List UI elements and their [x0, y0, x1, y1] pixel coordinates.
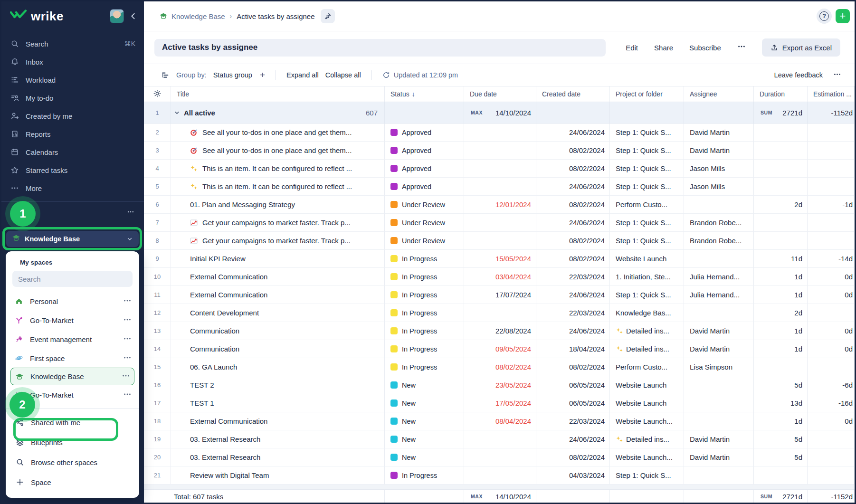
task-row[interactable]: 13CommunicationIn Progress22/08/202424/0… — [144, 322, 855, 340]
task-title: Communication — [190, 345, 239, 353]
task-row[interactable]: 601. Plan and Messaging StrategyUnder Re… — [144, 196, 855, 214]
task-row[interactable]: 8Get your campaigns to market faster. Tr… — [144, 232, 855, 250]
task-row[interactable]: 21Review with Digital TeamIn Progress04/… — [144, 466, 855, 485]
due-date-cell — [464, 430, 536, 448]
spaces-search-input[interactable] — [12, 271, 133, 287]
collapse-all-button[interactable]: Collapse all — [325, 71, 361, 79]
cap-icon — [15, 372, 24, 381]
space-item-knowledge-base[interactable]: Knowledge Base — [10, 368, 134, 385]
panel-action-blueprints[interactable]: Blueprints — [6, 432, 139, 452]
task-row[interactable]: 5This is an item. It can be configured t… — [144, 178, 855, 196]
group-by-value[interactable]: Status group — [213, 71, 252, 79]
panel-action-label: Shared with me — [31, 418, 80, 427]
table-header-row: TitleStatus↓Due dateCreated dateProject … — [144, 86, 855, 102]
sidebar-item-search[interactable]: Search⌘K — [1, 35, 144, 53]
task-title-cell: External Communication — [171, 286, 385, 304]
group-row-all-active[interactable]: 1 All active 607 MAX14/10/2024 SUM2721d — [144, 102, 855, 124]
user-avatar[interactable] — [110, 9, 124, 23]
space-switcher-button[interactable]: Knowledge Base — [6, 231, 139, 247]
space-item-more-icon[interactable] — [123, 353, 132, 363]
sidebar-item-calendars[interactable]: Calendars — [1, 143, 144, 161]
sidebar-item-inbox[interactable]: Inbox — [1, 53, 144, 71]
column-header-estimation[interactable]: Estimation ... — [808, 86, 855, 102]
task-row[interactable]: 10External CommunicationIn Progress03/04… — [144, 268, 855, 286]
breadcrumb-space-link[interactable]: Knowledge Base — [159, 12, 225, 20]
sidebar-item-more[interactable]: More — [1, 179, 144, 197]
create-new-button[interactable]: + — [836, 9, 850, 23]
column-header-project-or-folder[interactable]: Project or folder — [610, 86, 684, 102]
estimation-cell — [808, 430, 855, 448]
space-item-first-space[interactable]: First space — [6, 349, 139, 368]
task-row[interactable]: 3See all your to-dos in one place and ge… — [144, 142, 855, 160]
table-settings-cell[interactable] — [144, 86, 171, 102]
task-row[interactable]: 2See all your to-dos in one place and ge… — [144, 124, 855, 142]
sidebar-collapse-icon[interactable] — [129, 12, 137, 20]
column-header-due-date[interactable]: Due date — [464, 86, 536, 102]
task-row[interactable]: 2003. External ResearchNew08/02/2024Webs… — [144, 448, 855, 466]
space-item-more-icon[interactable] — [123, 315, 132, 325]
space-item-more-icon[interactable] — [123, 334, 132, 344]
share-icon — [15, 418, 25, 427]
column-header-assignee[interactable]: Assignee — [684, 86, 754, 102]
group-by-icon[interactable] — [161, 71, 170, 79]
target-icon — [190, 129, 198, 136]
sidebar-item-starred-tasks[interactable]: Starred tasks — [1, 161, 144, 179]
task-row[interactable]: 9Initial KPI ReviewIn Progress15/05/2024… — [144, 250, 855, 268]
project-label: Step 1: Quick S... — [616, 471, 671, 479]
subscribe-button[interactable]: Subscribe — [689, 44, 721, 52]
space-item-event-management[interactable]: Event management — [6, 330, 139, 349]
task-title-cell: 06. GA Launch — [171, 358, 385, 376]
pin-icon[interactable] — [321, 9, 335, 23]
space-item-more-icon[interactable] — [122, 371, 130, 381]
status-cell: In Progress — [385, 322, 464, 340]
chevron-down-icon[interactable] — [174, 110, 180, 116]
help-button[interactable]: ? — [817, 9, 832, 24]
task-row[interactable]: 1903. External ResearchNew24/06/2024Deta… — [144, 430, 855, 448]
graduation-cap-icon — [12, 234, 20, 244]
task-row[interactable]: 7Get your campaigns to market faster. Tr… — [144, 214, 855, 232]
sidebar-item-workload[interactable]: Workload — [1, 71, 144, 89]
expand-all-button[interactable]: Expand all — [286, 71, 319, 79]
sidebar-nav: Search⌘K Inbox Workload My to-do Created… — [1, 31, 144, 197]
add-grouping-icon[interactable]: + — [260, 70, 265, 80]
project-cell: Website Launch... — [610, 448, 684, 466]
panel-action-browse-other-spaces[interactable]: Browse other spaces — [6, 452, 139, 472]
project-label: Detailed ins... — [626, 435, 669, 443]
panel-action-space[interactable]: Space — [6, 472, 139, 492]
project-label: Perform Custo... — [616, 363, 667, 371]
gear-icon[interactable] — [153, 89, 162, 99]
task-title: See all your to-dos in one place and get… — [202, 128, 352, 136]
sidebar-item-created-by-me[interactable]: Created by me — [1, 107, 144, 125]
space-item-more-icon[interactable] — [123, 296, 132, 306]
column-header-created-date[interactable]: Created date — [536, 86, 610, 102]
status-color-chip — [390, 309, 398, 316]
space-item-go-to-market[interactable]: Go-To-Market — [6, 311, 139, 330]
column-header-duration[interactable]: Duration — [754, 86, 808, 102]
task-row[interactable]: 11External CommunicationIn Progress17/07… — [144, 286, 855, 304]
sidebar-item-my-to-do[interactable]: My to-do — [1, 89, 144, 107]
space-item-more-icon[interactable] — [123, 390, 132, 400]
sidebar-item-reports[interactable]: Reports — [1, 125, 144, 143]
toolbar-more-icon[interactable] — [833, 70, 841, 80]
status-color-chip — [390, 165, 398, 172]
task-row[interactable]: 1506. GA LaunchIn Progress08/02/202408/0… — [144, 358, 855, 376]
leave-feedback-button[interactable]: Leave feedback — [774, 71, 823, 79]
task-row[interactable]: 16TEST 2New23/05/202406/05/2024Website L… — [144, 376, 855, 394]
assignee-cell: David Martin — [684, 322, 754, 340]
task-title: Content Development — [190, 309, 259, 317]
column-header-title[interactable]: Title — [171, 86, 385, 102]
space-section-more-icon[interactable] — [127, 208, 134, 218]
space-item-personal[interactable]: Personal — [6, 292, 139, 311]
edit-button[interactable]: Edit — [626, 44, 638, 52]
export-as-excel-button[interactable]: Export as Excel — [762, 38, 840, 57]
task-row[interactable]: 14CommunicationIn Progress09/05/202418/0… — [144, 340, 855, 358]
task-row[interactable]: 17TEST 1New17/05/202406/05/2024Website L… — [144, 394, 855, 412]
task-row[interactable]: 18External CommunicationNew08/04/202422/… — [144, 412, 855, 430]
refresh-status[interactable]: Updated at 12:09 pm — [382, 71, 458, 79]
task-row[interactable]: 4This is an item. It can be configured t… — [144, 160, 855, 178]
share-button[interactable]: Share — [654, 44, 673, 52]
report-title-input[interactable] — [154, 39, 606, 57]
more-actions-icon[interactable] — [737, 42, 746, 53]
column-header-status[interactable]: Status↓ — [385, 86, 464, 102]
task-row[interactable]: 12Content DevelopmentIn Progress22/03/20… — [144, 304, 855, 322]
